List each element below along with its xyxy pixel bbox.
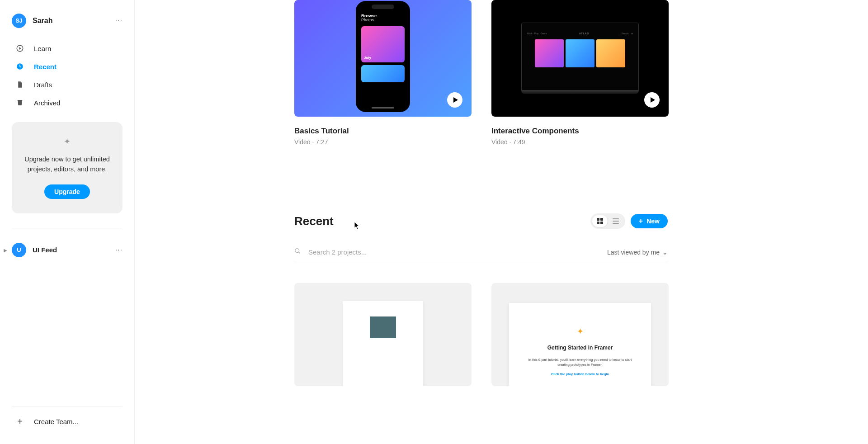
create-team-button[interactable]: + Create Team... bbox=[12, 410, 123, 433]
project-inner-text: In this 6-part tutorial, you'll learn ev… bbox=[527, 357, 633, 368]
nav-label: Archived bbox=[34, 99, 60, 107]
search-icon bbox=[294, 248, 301, 256]
project-inner-title: Getting Started in Framer bbox=[547, 345, 613, 351]
svg-rect-9 bbox=[613, 223, 619, 224]
tutorial-card-interactive[interactable]: Work Play Genre ATLAS Search ⊕ bbox=[491, 0, 669, 146]
project-thumbnail[interactable]: ✦ Getting Started in Framer In this 6-pa… bbox=[491, 283, 669, 386]
divider bbox=[12, 406, 123, 406]
chevron-down-icon: ⌄ bbox=[662, 249, 668, 256]
view-toggle bbox=[590, 213, 625, 229]
clock-icon bbox=[16, 62, 24, 71]
team-avatar: U bbox=[12, 243, 26, 257]
user-row[interactable]: SJ Sarah ··· bbox=[12, 14, 123, 28]
new-button-label: New bbox=[646, 217, 660, 225]
upgrade-text: Upgrade now to get unlimited projects, e… bbox=[23, 155, 112, 175]
svg-rect-3 bbox=[597, 218, 599, 221]
tutorial-title: Interactive Components bbox=[491, 127, 669, 136]
play-circle-icon bbox=[16, 44, 24, 52]
sort-dropdown[interactable]: Last viewed by me ⌄ bbox=[607, 249, 668, 256]
projects-row: ✦ Getting Started in Framer In this 6-pa… bbox=[294, 283, 802, 386]
tutorial-thumbnail[interactable]: Browse Photos bbox=[294, 0, 472, 117]
tutorials-row: Browse Photos Basics Tutorial Video · 7:… bbox=[294, 0, 802, 146]
user-avatar: SJ bbox=[12, 14, 26, 28]
list-view-button[interactable] bbox=[608, 215, 623, 227]
team-row[interactable]: ▶ U UI Feed ··· bbox=[12, 237, 123, 263]
more-icon[interactable]: ··· bbox=[115, 246, 123, 254]
play-icon[interactable] bbox=[644, 92, 660, 108]
list-icon bbox=[613, 218, 619, 224]
tutorial-thumbnail[interactable]: Work Play Genre ATLAS Search ⊕ bbox=[491, 0, 669, 117]
caret-right-icon[interactable]: ▶ bbox=[4, 247, 7, 252]
project-thumbnail[interactable] bbox=[294, 283, 472, 386]
grid-view-button[interactable] bbox=[592, 215, 608, 227]
nav-item-archived[interactable]: Archived bbox=[12, 94, 123, 111]
project-inner-link: Click the play button below to begin bbox=[551, 372, 609, 376]
phone-illustration: Browse Photos bbox=[356, 1, 410, 112]
divider bbox=[12, 228, 123, 228]
nav-item-recent[interactable]: Recent bbox=[12, 58, 123, 75]
create-team-label: Create Team... bbox=[34, 418, 78, 425]
cursor-icon bbox=[354, 222, 360, 230]
user-name: Sarah bbox=[33, 17, 109, 25]
svg-rect-6 bbox=[600, 222, 603, 224]
sparkle-icon: ✦ bbox=[23, 137, 112, 146]
sort-label-text: Last viewed by me bbox=[607, 249, 660, 256]
sidebar: SJ Sarah ··· Learn Recent Drafts A bbox=[0, 0, 135, 444]
upgrade-button[interactable]: Upgrade bbox=[44, 184, 90, 199]
grid-icon bbox=[597, 218, 603, 224]
svg-rect-5 bbox=[597, 222, 599, 224]
sparkle-icon: ✦ bbox=[577, 326, 584, 336]
nav-item-drafts[interactable]: Drafts bbox=[12, 76, 123, 93]
block-shape bbox=[370, 316, 396, 338]
search-input[interactable] bbox=[308, 248, 607, 256]
nav-label: Learn bbox=[34, 45, 51, 52]
tutorial-title: Basics Tutorial bbox=[294, 127, 472, 136]
trash-icon bbox=[16, 99, 24, 107]
plus-icon: + bbox=[639, 217, 643, 225]
new-button[interactable]: + New bbox=[631, 214, 668, 228]
project-card[interactable]: ✦ Getting Started in Framer In this 6-pa… bbox=[491, 283, 669, 386]
svg-rect-8 bbox=[613, 221, 619, 222]
nav-list: Learn Recent Drafts Archived bbox=[12, 40, 123, 111]
project-card[interactable] bbox=[294, 283, 472, 386]
nav-label: Recent bbox=[34, 63, 57, 71]
nav-label: Drafts bbox=[34, 81, 52, 89]
search-row: Last viewed by me ⌄ bbox=[294, 248, 668, 263]
tutorial-card-basics[interactable]: Browse Photos Basics Tutorial Video · 7:… bbox=[294, 0, 472, 146]
tutorial-meta: Video · 7:27 bbox=[294, 138, 472, 146]
project-canvas: ✦ Getting Started in Framer In this 6-pa… bbox=[509, 303, 651, 386]
upgrade-box: ✦ Upgrade now to get unlimited projects,… bbox=[12, 122, 123, 213]
project-canvas bbox=[343, 301, 423, 386]
main: Browse Photos Basics Tutorial Video · 7:… bbox=[135, 0, 868, 444]
svg-rect-7 bbox=[613, 218, 619, 219]
nav-item-learn[interactable]: Learn bbox=[12, 40, 123, 57]
svg-rect-2 bbox=[18, 100, 23, 101]
section-header: Recent + New bbox=[294, 213, 668, 229]
section-title: Recent bbox=[294, 214, 590, 228]
plus-icon: + bbox=[16, 416, 24, 427]
play-icon[interactable] bbox=[447, 92, 462, 108]
laptop-illustration: Work Play Genre ATLAS Search ⊕ bbox=[521, 23, 639, 94]
file-icon bbox=[16, 80, 24, 89]
team-name: UI Feed bbox=[33, 246, 109, 254]
tutorial-meta: Video · 7:49 bbox=[491, 138, 669, 146]
svg-rect-4 bbox=[600, 218, 603, 221]
more-icon[interactable]: ··· bbox=[115, 17, 123, 25]
sidebar-bottom: + Create Team... bbox=[12, 406, 123, 444]
